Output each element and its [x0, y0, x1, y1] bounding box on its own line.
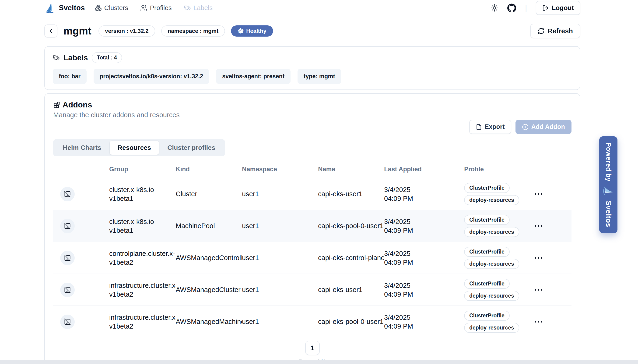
nav-items: Clusters Profiles Labels — [95, 4, 213, 12]
kubernetes-helm-icon: ☸ — [238, 28, 244, 34]
addons-subtitle: Manage the cluster addons and resources — [53, 111, 571, 119]
cell-name: capi-eks-user1 — [318, 286, 384, 294]
cell-time: 04:09 PM — [384, 194, 464, 203]
back-button[interactable] — [44, 24, 57, 38]
namespace-badge: namespace : mgmt — [161, 26, 225, 36]
table-row: infrastructure.cluster.x v1beta2 AWSMana… — [53, 274, 571, 306]
column-header-group: Group — [109, 166, 176, 173]
logout-label: Logout — [552, 4, 574, 12]
nav-item-label: Labels — [193, 4, 213, 12]
profile-badge: deploy-resources — [464, 227, 519, 237]
table-row: controlplane.cluster.x- v1beta2 AWSManag… — [53, 242, 571, 274]
cell-group-line2: v1beta1 — [109, 226, 176, 235]
profile-badge: ClusterProfile — [464, 215, 510, 225]
cell-namespace: user1 — [242, 190, 318, 198]
sveltos-logo-icon — [44, 2, 56, 14]
add-addon-button[interactable]: Add Addon — [516, 120, 571, 134]
row-actions-menu-button[interactable] — [533, 318, 544, 325]
row-actions-menu-button[interactable] — [533, 223, 544, 229]
nav-right: | Logout — [491, 1, 580, 15]
profile-badge: ClusterProfile — [464, 183, 510, 193]
image-off-icon — [64, 222, 71, 230]
nav-item-clusters[interactable]: Clusters — [95, 4, 128, 12]
nav-item-profiles[interactable]: Profiles — [140, 4, 171, 12]
health-badge: ☸ Healthy — [231, 26, 273, 36]
cell-group-line1: cluster.x-k8s.io — [109, 217, 176, 226]
sveltos-logo-icon — [603, 186, 614, 196]
logout-button[interactable]: Logout — [536, 1, 580, 15]
row-actions-menu-button[interactable] — [533, 191, 544, 197]
export-button[interactable]: Export — [469, 120, 511, 134]
cell-time: 04:09 PM — [384, 258, 464, 267]
cell-group-line1: infrastructure.cluster.x — [109, 281, 176, 290]
cell-date: 3/4/2025 — [384, 185, 464, 194]
boxes-icon — [95, 4, 102, 12]
cell-name: capi-eks-pool-0-user1 — [318, 222, 384, 230]
row-actions-menu-button[interactable] — [533, 287, 544, 293]
tab-helm-charts[interactable]: Helm Charts — [55, 141, 109, 155]
blocks-icon — [53, 101, 61, 108]
label-chip: foo: bar — [53, 69, 87, 84]
version-badge: version : v1.32.2 — [98, 26, 155, 36]
nav-item-labels[interactable]: Labels — [184, 4, 213, 12]
plus-circle-icon — [522, 124, 529, 130]
chevron-left-icon — [48, 28, 54, 34]
column-header-profile: Profile — [464, 166, 528, 173]
tags-icon — [53, 54, 60, 61]
cell-name: capi-eks-user1 — [318, 190, 384, 198]
powered-by-text: Powered by — [605, 142, 612, 182]
resource-avatar — [60, 219, 75, 233]
nav-item-label: Profiles — [150, 4, 171, 12]
refresh-label: Refresh — [548, 27, 573, 35]
github-icon[interactable] — [507, 4, 516, 12]
addons-card-title: Addons — [63, 100, 92, 109]
cell-date: 3/4/2025 — [384, 249, 464, 258]
tab-resources[interactable]: Resources — [110, 141, 159, 155]
cell-time: 04:09 PM — [384, 226, 464, 235]
row-actions-menu-button[interactable] — [533, 255, 544, 261]
refresh-button[interactable]: Refresh — [530, 24, 580, 38]
addons-card-header: Addons — [53, 100, 571, 109]
logout-icon — [542, 5, 549, 11]
tab-cluster-profiles[interactable]: Cluster profiles — [159, 141, 223, 155]
nav-item-label: Clusters — [104, 4, 128, 12]
resource-avatar — [60, 251, 75, 265]
labels-card-title: Labels — [64, 53, 88, 62]
label-chip: sveltos-agent: present — [216, 69, 291, 84]
cell-kind: MachinePool — [176, 222, 242, 230]
addons-card: Addons Manage the cluster addons and res… — [44, 93, 580, 364]
profile-badge: deploy-resources — [464, 291, 519, 301]
cell-group-line2: v1beta2 — [109, 258, 176, 267]
ribbon-brand-text: Sveltos — [604, 201, 612, 227]
label-chip: type: mgmt — [298, 69, 341, 84]
profile-badge: ClusterProfile — [464, 279, 510, 289]
sun-icon[interactable] — [491, 4, 498, 12]
page-1-button[interactable]: 1 — [305, 341, 320, 355]
cell-date: 3/4/2025 — [384, 217, 464, 226]
cell-group-line2: v1beta2 — [109, 322, 176, 331]
table-row: cluster.x-k8s.io v1beta1 Cluster user1 c… — [53, 178, 571, 210]
cell-kind: Cluster — [176, 190, 242, 198]
cell-kind: AWSManagedMachine — [176, 318, 242, 326]
page-header: mgmt version : v1.32.2 namespace : mgmt … — [44, 24, 580, 38]
cell-namespace: user1 — [242, 318, 318, 326]
brand[interactable]: Sveltos — [44, 2, 85, 14]
profile-badge: deploy-resources — [464, 195, 519, 205]
main-content: mgmt version : v1.32.2 namespace : mgmt … — [44, 24, 580, 364]
image-off-icon — [64, 254, 71, 262]
profile-badge: deploy-resources — [464, 259, 519, 269]
cell-date: 3/4/2025 — [384, 281, 464, 290]
labels-total-badge: Total : 4 — [92, 52, 122, 63]
column-header-namespace: Namespace — [242, 166, 318, 173]
file-icon — [476, 124, 482, 130]
resource-avatar — [60, 314, 75, 329]
nav-separator: | — [525, 4, 527, 12]
powered-by-ribbon[interactable]: Powered by Sveltos — [599, 136, 617, 233]
cell-kind: AWSManagedCluster — [176, 286, 242, 294]
profile-badge: deploy-resources — [464, 323, 519, 333]
resource-avatar — [60, 187, 75, 201]
tags-icon — [184, 4, 191, 12]
label-chips: foo: bar projectsveltos.io/k8s-version: … — [53, 69, 572, 84]
cell-namespace: user1 — [242, 254, 318, 262]
refresh-icon — [538, 28, 545, 34]
